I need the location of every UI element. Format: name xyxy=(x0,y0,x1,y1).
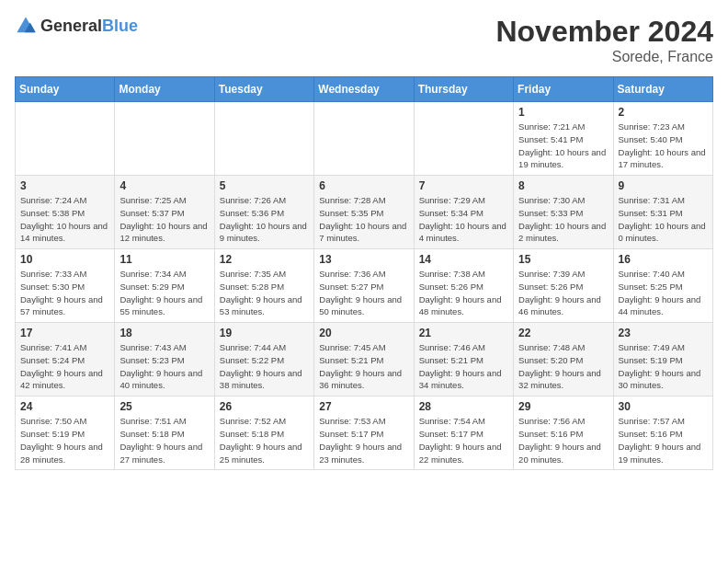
day-number: 17 xyxy=(20,327,109,339)
calendar-cell: 9Sunrise: 7:31 AM Sunset: 5:31 PM Daylig… xyxy=(613,176,712,249)
day-info: Sunrise: 7:33 AM Sunset: 5:30 PM Dayligh… xyxy=(20,268,109,318)
day-info: Sunrise: 7:44 AM Sunset: 5:22 PM Dayligh… xyxy=(220,341,309,392)
day-number: 18 xyxy=(119,327,209,339)
calendar-cell: 26Sunrise: 7:52 AM Sunset: 5:18 PM Dayli… xyxy=(214,396,313,470)
calendar-cell: 1Sunrise: 7:21 AM Sunset: 5:41 PM Daylig… xyxy=(514,102,613,176)
calendar-cell xyxy=(414,102,513,176)
day-info: Sunrise: 7:35 AM Sunset: 5:28 PM Dayligh… xyxy=(220,268,309,318)
day-info: Sunrise: 7:57 AM Sunset: 5:16 PM Dayligh… xyxy=(619,415,708,465)
calendar-cell: 19Sunrise: 7:44 AM Sunset: 5:22 PM Dayli… xyxy=(214,323,313,396)
calendar-week-row: 3Sunrise: 7:24 AM Sunset: 5:38 PM Daylig… xyxy=(16,176,713,249)
title-block: November 2024 Sorede, France xyxy=(495,15,713,65)
day-info: Sunrise: 7:43 AM Sunset: 5:23 PM Dayligh… xyxy=(119,341,209,392)
day-info: Sunrise: 7:41 AM Sunset: 5:24 PM Dayligh… xyxy=(20,341,109,392)
logo-icon xyxy=(15,15,37,37)
day-info: Sunrise: 7:26 AM Sunset: 5:36 PM Dayligh… xyxy=(220,194,309,245)
calendar-cell: 20Sunrise: 7:45 AM Sunset: 5:21 PM Dayli… xyxy=(314,323,414,396)
day-number: 19 xyxy=(220,327,309,339)
day-number: 1 xyxy=(518,106,608,119)
calendar-day-header: Sunday xyxy=(16,77,115,102)
calendar-week-row: 10Sunrise: 7:33 AM Sunset: 5:30 PM Dayli… xyxy=(16,249,713,323)
day-info: Sunrise: 7:52 AM Sunset: 5:18 PM Dayligh… xyxy=(220,415,309,465)
calendar-cell: 29Sunrise: 7:56 AM Sunset: 5:16 PM Dayli… xyxy=(514,396,613,470)
calendar-cell: 27Sunrise: 7:53 AM Sunset: 5:17 PM Dayli… xyxy=(314,396,414,470)
day-number: 2 xyxy=(619,106,708,119)
day-number: 13 xyxy=(319,253,408,266)
calendar-cell: 10Sunrise: 7:33 AM Sunset: 5:30 PM Dayli… xyxy=(16,249,115,323)
day-info: Sunrise: 7:23 AM Sunset: 5:40 PM Dayligh… xyxy=(619,121,708,171)
calendar-cell xyxy=(214,102,313,176)
day-info: Sunrise: 7:39 AM Sunset: 5:26 PM Dayligh… xyxy=(518,268,608,318)
day-info: Sunrise: 7:40 AM Sunset: 5:25 PM Dayligh… xyxy=(619,268,708,318)
calendar-day-header: Tuesday xyxy=(214,77,313,102)
day-number: 14 xyxy=(419,253,508,266)
day-info: Sunrise: 7:31 AM Sunset: 5:31 PM Dayligh… xyxy=(619,194,708,245)
calendar-cell: 30Sunrise: 7:57 AM Sunset: 5:16 PM Dayli… xyxy=(613,396,712,470)
day-info: Sunrise: 7:25 AM Sunset: 5:37 PM Dayligh… xyxy=(119,194,209,245)
day-info: Sunrise: 7:53 AM Sunset: 5:17 PM Dayligh… xyxy=(319,415,408,465)
calendar-cell: 7Sunrise: 7:29 AM Sunset: 5:34 PM Daylig… xyxy=(414,176,513,249)
page-header: GeneralBlue November 2024 Sorede, France xyxy=(15,15,713,65)
calendar-cell: 14Sunrise: 7:38 AM Sunset: 5:26 PM Dayli… xyxy=(414,249,513,323)
calendar-cell: 16Sunrise: 7:40 AM Sunset: 5:25 PM Dayli… xyxy=(613,249,712,323)
calendar-cell: 25Sunrise: 7:51 AM Sunset: 5:18 PM Dayli… xyxy=(115,396,214,470)
logo-blue: Blue xyxy=(102,17,138,35)
logo-general: General xyxy=(40,17,102,35)
day-number: 5 xyxy=(220,179,309,192)
day-info: Sunrise: 7:56 AM Sunset: 5:16 PM Dayligh… xyxy=(518,415,608,465)
day-info: Sunrise: 7:38 AM Sunset: 5:26 PM Dayligh… xyxy=(419,268,508,318)
page-title: November 2024 xyxy=(495,15,713,49)
day-info: Sunrise: 7:54 AM Sunset: 5:17 PM Dayligh… xyxy=(419,415,508,465)
calendar-table: SundayMondayTuesdayWednesdayThursdayFrid… xyxy=(15,76,713,470)
calendar-cell: 4Sunrise: 7:25 AM Sunset: 5:37 PM Daylig… xyxy=(115,176,214,249)
day-number: 8 xyxy=(518,179,608,192)
calendar-cell xyxy=(115,102,214,176)
calendar-cell: 22Sunrise: 7:48 AM Sunset: 5:20 PM Dayli… xyxy=(514,323,613,396)
calendar-cell: 24Sunrise: 7:50 AM Sunset: 5:19 PM Dayli… xyxy=(16,396,115,470)
day-number: 26 xyxy=(220,400,309,413)
day-info: Sunrise: 7:29 AM Sunset: 5:34 PM Dayligh… xyxy=(419,194,508,245)
calendar-day-header: Monday xyxy=(115,77,214,102)
calendar-cell: 28Sunrise: 7:54 AM Sunset: 5:17 PM Dayli… xyxy=(414,396,513,470)
calendar-cell: 23Sunrise: 7:49 AM Sunset: 5:19 PM Dayli… xyxy=(613,323,712,396)
logo: GeneralBlue xyxy=(15,15,138,37)
calendar-cell: 15Sunrise: 7:39 AM Sunset: 5:26 PM Dayli… xyxy=(514,249,613,323)
calendar-cell: 3Sunrise: 7:24 AM Sunset: 5:38 PM Daylig… xyxy=(16,176,115,249)
day-number: 30 xyxy=(619,400,708,413)
day-info: Sunrise: 7:21 AM Sunset: 5:41 PM Dayligh… xyxy=(518,121,608,171)
calendar-cell: 8Sunrise: 7:30 AM Sunset: 5:33 PM Daylig… xyxy=(514,176,613,249)
calendar-cell: 12Sunrise: 7:35 AM Sunset: 5:28 PM Dayli… xyxy=(214,249,313,323)
day-info: Sunrise: 7:36 AM Sunset: 5:27 PM Dayligh… xyxy=(319,268,408,318)
calendar-day-header: Thursday xyxy=(414,77,513,102)
calendar-cell xyxy=(16,102,115,176)
day-info: Sunrise: 7:46 AM Sunset: 5:21 PM Dayligh… xyxy=(419,341,508,392)
day-info: Sunrise: 7:45 AM Sunset: 5:21 PM Dayligh… xyxy=(319,341,408,392)
calendar-cell: 6Sunrise: 7:28 AM Sunset: 5:35 PM Daylig… xyxy=(314,176,414,249)
page-subtitle: Sorede, France xyxy=(495,49,713,65)
calendar-week-row: 24Sunrise: 7:50 AM Sunset: 5:19 PM Dayli… xyxy=(16,396,713,470)
day-info: Sunrise: 7:51 AM Sunset: 5:18 PM Dayligh… xyxy=(119,415,209,465)
calendar-cell: 2Sunrise: 7:23 AM Sunset: 5:40 PM Daylig… xyxy=(613,102,712,176)
day-number: 15 xyxy=(518,253,608,266)
day-number: 9 xyxy=(619,179,708,192)
calendar-week-row: 17Sunrise: 7:41 AM Sunset: 5:24 PM Dayli… xyxy=(16,323,713,396)
day-number: 21 xyxy=(419,327,508,339)
calendar-cell: 11Sunrise: 7:34 AM Sunset: 5:29 PM Dayli… xyxy=(115,249,214,323)
calendar-cell: 5Sunrise: 7:26 AM Sunset: 5:36 PM Daylig… xyxy=(214,176,313,249)
day-number: 20 xyxy=(319,327,408,339)
calendar-cell: 13Sunrise: 7:36 AM Sunset: 5:27 PM Dayli… xyxy=(314,249,414,323)
calendar-cell: 21Sunrise: 7:46 AM Sunset: 5:21 PM Dayli… xyxy=(414,323,513,396)
day-number: 27 xyxy=(319,400,408,413)
day-number: 3 xyxy=(20,179,109,192)
day-number: 12 xyxy=(220,253,309,266)
day-info: Sunrise: 7:49 AM Sunset: 5:19 PM Dayligh… xyxy=(619,341,708,392)
calendar-cell xyxy=(314,102,414,176)
day-number: 4 xyxy=(119,179,209,192)
day-info: Sunrise: 7:48 AM Sunset: 5:20 PM Dayligh… xyxy=(518,341,608,392)
day-number: 28 xyxy=(419,400,508,413)
calendar-day-header: Friday xyxy=(514,77,613,102)
day-number: 10 xyxy=(20,253,109,266)
day-number: 22 xyxy=(518,327,608,339)
day-number: 29 xyxy=(518,400,608,413)
day-number: 11 xyxy=(119,253,209,266)
